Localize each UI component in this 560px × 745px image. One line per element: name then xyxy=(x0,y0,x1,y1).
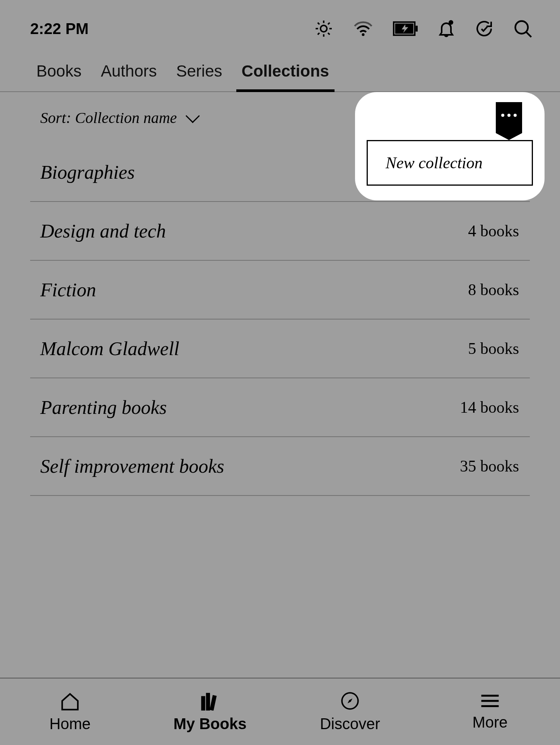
new-collection-button[interactable]: New collection xyxy=(367,140,533,186)
ellipsis-icon xyxy=(501,114,517,117)
collections-popover: New collection xyxy=(355,92,545,200)
more-options-button[interactable] xyxy=(496,102,522,133)
